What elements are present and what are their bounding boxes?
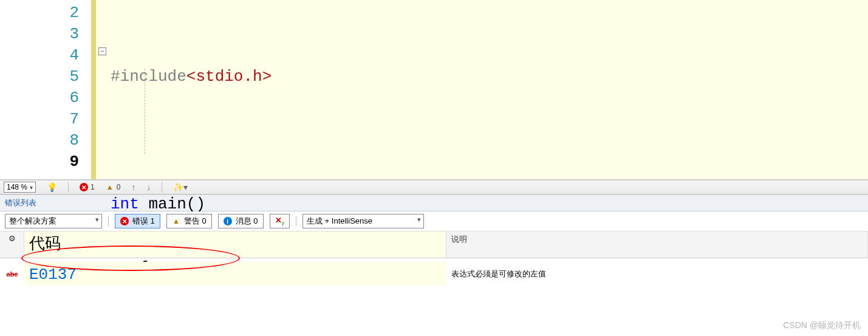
code-line — [111, 130, 868, 151]
error-icon: ✕ — [80, 183, 88, 191]
abc-icon: abc — [7, 270, 18, 278]
func-main: main() — [139, 195, 205, 213]
scope-combo[interactable]: 整个解决方案 — [5, 214, 102, 228]
error-list-table: ⚙ 代码 说明 abc E0137 表达式必须是可修改的左值 — [0, 231, 868, 289]
error-count: 1 — [91, 183, 95, 191]
line-number: 3 — [0, 24, 79, 45]
keyword-int: int — [111, 195, 139, 213]
line-number: 7 — [0, 109, 79, 130]
zoom-combo[interactable]: 148 %▾ — [4, 182, 36, 193]
separator — [68, 182, 69, 192]
preprocessor-token: #include — [111, 67, 186, 86]
line-number: 4 — [0, 45, 79, 66]
table-row[interactable]: abc E0137 表达式必须是可修改的左值 — [0, 258, 868, 289]
code-editor[interactable]: 2 3 4 5 6 7 8 9 − #include<stdio.h> int … — [0, 0, 868, 180]
table-header: ⚙ 代码 说明 — [0, 231, 868, 258]
line-number: 6 — [0, 87, 79, 109]
source-combo[interactable]: 生成 + IntelliSense — [302, 214, 424, 228]
code-content[interactable]: #include<stdio.h> int main() { const a =… — [111, 0, 868, 179]
status-error-count[interactable]: ✕ 1 — [80, 183, 95, 191]
fold-toggle-icon[interactable]: − — [98, 47, 106, 55]
line-number-gutter: 2 3 4 5 6 7 8 9 — [0, 0, 91, 179]
line-number: 5 — [0, 66, 79, 87]
lightbulb-icon[interactable]: 💡 — [47, 182, 57, 192]
include-header: <stdio.h> — [186, 67, 272, 86]
col-header-desc[interactable]: 说明 — [446, 231, 869, 258]
col-header-config[interactable]: ⚙ — [0, 231, 24, 258]
fold-column: − — [96, 0, 111, 179]
separator — [108, 216, 109, 226]
change-indicator-bar — [91, 0, 96, 179]
line-number: 9 — [0, 151, 79, 173]
row-icon: abc — [0, 269, 24, 278]
row-error-desc: 表达式必须是可修改的左值 — [446, 269, 869, 279]
line-number: 8 — [0, 130, 79, 151]
zoom-value: 148 % — [7, 183, 27, 191]
row-error-code: E0137 — [24, 262, 446, 286]
line-number: 2 — [0, 2, 79, 24]
col-header-code[interactable]: 代码 — [24, 231, 446, 258]
